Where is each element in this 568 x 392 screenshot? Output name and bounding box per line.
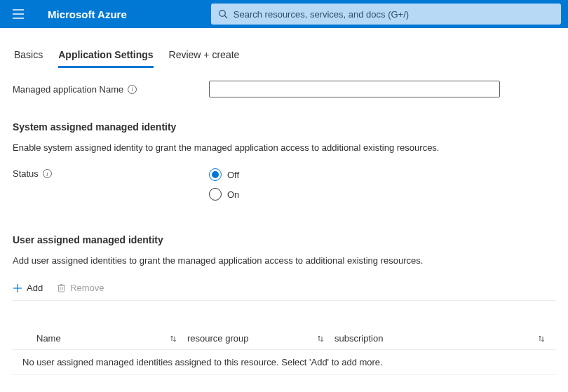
tab-strip: Basics Application Settings Review + cre… xyxy=(13,41,555,68)
col-label: subscription xyxy=(334,333,383,344)
radio-icon xyxy=(209,168,222,181)
user-identity-title: User assigned managed identity xyxy=(13,234,555,245)
page-content: Basics Application Settings Review + cre… xyxy=(0,28,568,392)
managed-app-name-label: Managed application Name i xyxy=(13,84,209,95)
user-identity-desc: Add user assigned identities to grant th… xyxy=(13,255,555,266)
col-label: Name xyxy=(36,333,61,344)
tab-review-create[interactable]: Review + create xyxy=(169,43,240,68)
identities-table: Name resource group subscription No user… xyxy=(13,327,555,375)
status-row: Status i Off On xyxy=(13,168,555,201)
radio-label: Off xyxy=(227,170,239,180)
info-icon[interactable]: i xyxy=(128,85,137,94)
search-input[interactable]: Search resources, services, and docs (G+… xyxy=(211,4,561,25)
system-identity-desc: Enable system assigned identity to grant… xyxy=(13,142,555,153)
trash-icon xyxy=(57,283,66,293)
search-icon xyxy=(218,9,228,19)
col-name[interactable]: Name xyxy=(36,333,187,344)
azure-topbar: Microsoft Azure Search resources, servic… xyxy=(0,0,568,28)
menu-icon[interactable] xyxy=(7,9,29,19)
tab-basics[interactable]: Basics xyxy=(14,43,43,68)
radio-icon xyxy=(209,188,222,201)
add-button[interactable]: Add xyxy=(13,283,43,293)
svg-line-4 xyxy=(224,15,227,18)
brand-label[interactable]: Microsoft Azure xyxy=(48,8,127,20)
col-subscription[interactable]: subscription xyxy=(334,333,548,344)
status-radio-group: Off On xyxy=(209,168,239,201)
sort-icon[interactable] xyxy=(169,334,177,343)
search-placeholder: Search resources, services, and docs (G+… xyxy=(234,9,409,20)
label-text: Status xyxy=(13,168,39,179)
managed-app-name-row: Managed application Name i xyxy=(13,81,555,97)
sort-icon[interactable] xyxy=(316,334,325,343)
button-label: Remove xyxy=(70,283,104,293)
tab-application-settings[interactable]: Application Settings xyxy=(58,43,153,68)
plus-icon xyxy=(13,283,22,293)
sort-icon[interactable] xyxy=(537,334,546,343)
info-icon[interactable]: i xyxy=(43,169,52,178)
status-radio-off[interactable]: Off xyxy=(209,168,239,181)
radio-label: On xyxy=(227,189,239,200)
svg-point-3 xyxy=(219,11,225,17)
remove-button[interactable]: Remove xyxy=(57,283,104,293)
status-radio-on[interactable]: On xyxy=(209,188,239,201)
managed-app-name-input[interactable] xyxy=(209,81,500,97)
col-resource-group[interactable]: resource group xyxy=(187,333,334,344)
button-label: Add xyxy=(27,283,43,293)
label-text: Managed application Name xyxy=(13,84,123,95)
svg-rect-7 xyxy=(59,285,65,292)
col-label: resource group xyxy=(187,333,248,344)
table-header: Name resource group subscription xyxy=(13,327,555,350)
table-empty-row: No user assigned managed identities assi… xyxy=(13,350,555,375)
identity-toolbar: Add Remove xyxy=(13,283,555,301)
status-label: Status i xyxy=(13,168,209,179)
system-identity-title: System assigned managed identity xyxy=(13,121,555,133)
